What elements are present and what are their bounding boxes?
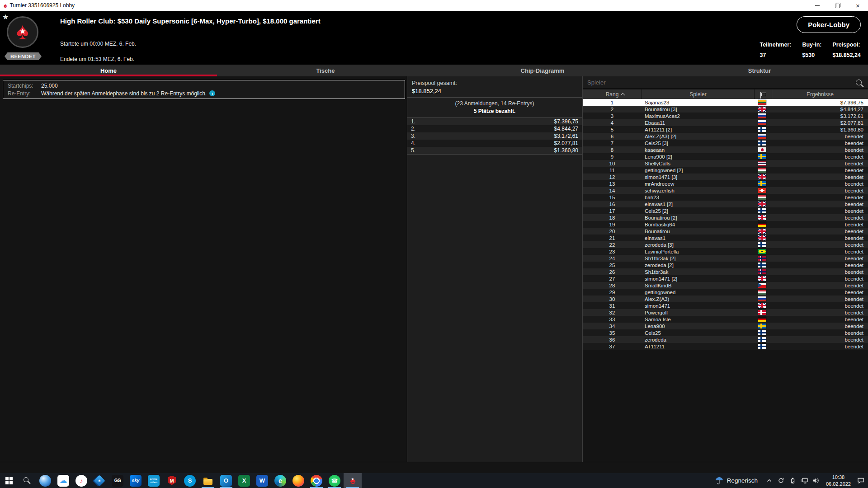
player-row[interactable]: 28SmallKindBbeendet (583, 282, 868, 289)
player-row[interactable]: 27simon1471 [2]beendet (583, 275, 868, 282)
tab-home[interactable]: Home (0, 65, 217, 76)
taskbar-apple-music-icon[interactable] (72, 473, 90, 488)
entries-note: (23 Anmeldungen, 14 Re-Entrys) (407, 100, 582, 107)
player-row[interactable]: 26Sh1tbr3akbeendet (583, 268, 868, 275)
minimize-button[interactable] (807, 0, 827, 11)
taskbar-outlook-icon[interactable]: O (217, 473, 235, 488)
player-row[interactable]: 22zerodeda [3]beendet (583, 241, 868, 248)
taskbar-skype-icon[interactable]: S (181, 473, 199, 488)
player-rank: 2 (583, 107, 642, 112)
player-row[interactable]: 33Samoa Islebeendet (583, 316, 868, 323)
show-hidden-icons-chevron[interactable] (765, 477, 773, 484)
taskbar-firefox-icon[interactable] (289, 473, 307, 488)
taskbar-poker-cards-icon[interactable] (90, 473, 108, 488)
player-row[interactable]: 11gettingpwned [2]beendet (583, 167, 868, 174)
taskbar-mcafee-icon[interactable]: M (163, 473, 181, 488)
prime-video-glyph: prime video (149, 478, 159, 484)
taskbar-sky-icon[interactable]: sky (127, 473, 145, 488)
tab-tische[interactable]: Tische (217, 65, 434, 76)
player-row[interactable]: 17Ceis25 [2]beendet (583, 207, 868, 214)
taskbar-file-explorer-icon[interactable] (199, 473, 217, 488)
tab-struktur[interactable]: Struktur (651, 65, 868, 76)
sync-icon[interactable] (777, 477, 785, 484)
taskbar-icloud-icon[interactable] (54, 473, 72, 488)
player-row[interactable]: 13mrAndreeewbeendet (583, 180, 868, 187)
player-row[interactable]: 23LaviniaPortellabeendet (583, 248, 868, 255)
content-divider (0, 462, 868, 462)
country-flag-icon-th (758, 161, 766, 166)
player-row[interactable]: 29gettingpwnedbeendet (583, 289, 868, 296)
taskbar-ggpoker-icon[interactable]: GG (108, 473, 127, 488)
player-result: beendet (771, 330, 868, 336)
action-center-icon[interactable] (857, 477, 864, 484)
taskbar-whatsapp-icon[interactable] (326, 473, 344, 488)
taskbar-start-icon[interactable] (0, 473, 18, 488)
player-row[interactable]: 6Alex.Z(A3) [2]beendet (583, 133, 868, 140)
taskbar-chrome-icon[interactable] (307, 473, 326, 488)
player-row[interactable]: 8kaaeaanbeendet (583, 146, 868, 153)
player-rank: 36 (583, 337, 642, 343)
player-result: beendet (771, 229, 868, 234)
taskbar-pokerstars-icon[interactable] (344, 473, 362, 488)
taskbar-prime-video-icon[interactable]: prime video (145, 473, 163, 488)
column-flag[interactable] (755, 89, 772, 99)
player-row[interactable]: 21elnavas1beendet (583, 235, 868, 241)
player-row[interactable]: 31simon1471beendet (583, 302, 868, 309)
prize-list: 1.$7.396,752.$4.844,273.$3.172,614.$2.07… (407, 118, 582, 155)
player-rank: 23 (583, 249, 642, 254)
column-results[interactable]: Ergebnisse (772, 89, 868, 99)
taskbar-word-icon[interactable]: W (253, 473, 271, 488)
player-row[interactable]: 12simon1471 [3]beendet (583, 174, 868, 180)
info-icon[interactable]: i (209, 90, 215, 96)
player-row[interactable]: 36zerodedabeendet (583, 336, 868, 343)
player-row[interactable]: 34Lena900beendet (583, 323, 868, 329)
player-row[interactable]: 35Ceis25beendet (583, 329, 868, 336)
player-row[interactable]: 24Sh1tbr3ak [2]beendet (583, 255, 868, 262)
player-row[interactable]: 7Ceis25 [3]beendet (583, 140, 868, 146)
taskbar-search-icon[interactable] (18, 473, 36, 488)
player-name: bah23 (642, 195, 754, 200)
player-row[interactable]: 2Bounatirou [3]$4.844,27 (583, 106, 868, 113)
player-row[interactable]: 5AT11211 [2]$1.360,80 (583, 126, 868, 133)
taskbar-clock[interactable]: 10:38 06.02.2022 (826, 474, 851, 487)
favorite-star-icon[interactable]: ★ (2, 13, 9, 21)
flag-column-icon (761, 93, 766, 96)
taskbar-chat-app-icon[interactable] (36, 473, 54, 488)
player-name: Bombastiq64 (642, 222, 754, 227)
player-result: beendet (771, 208, 868, 214)
player-row[interactable]: 3MaximusAces2$3.172,61 (583, 113, 868, 119)
player-row[interactable]: 18Bounatirou [2]beendet (583, 214, 868, 221)
tab-chip-diagramm[interactable]: Chip-Diagramm (434, 65, 651, 76)
weather-widget[interactable]: Regnerisch (715, 476, 758, 485)
taskbar-excel-icon[interactable]: X (235, 473, 253, 488)
column-player[interactable]: Spieler (642, 89, 754, 99)
player-search-input[interactable] (587, 79, 856, 86)
prize-place: 4. (407, 140, 415, 146)
column-rank[interactable]: Rang (583, 89, 642, 99)
close-button[interactable]: × (848, 0, 868, 11)
poker-lobby-button[interactable]: Poker-Lobby (797, 16, 861, 33)
player-row[interactable]: 14schwyzerfishbeendet (583, 187, 868, 194)
player-row[interactable]: 16elnavas1 [2]beendet (583, 201, 868, 207)
player-row[interactable]: 30Alex.Z(A3)beendet (583, 296, 868, 302)
network-icon[interactable] (801, 477, 808, 484)
player-row[interactable]: 10ShellyCallsbeendet (583, 160, 868, 167)
player-row[interactable]: 37AT11211beendet (583, 343, 868, 350)
player-name: simon1471 (642, 303, 754, 309)
usb-device-icon[interactable] (789, 477, 797, 484)
player-row[interactable]: 15bah23beendet (583, 194, 868, 201)
restore-button[interactable] (827, 0, 848, 11)
player-rank: 30 (583, 296, 642, 302)
player-row[interactable]: 9Lena900 [2]beendet (583, 153, 868, 160)
player-row[interactable]: 4Ebaaa11$2.077,81 (583, 119, 868, 126)
player-row[interactable]: 32Powergolfbeendet (583, 309, 868, 316)
player-row[interactable]: 20Bounatiroubeendet (583, 228, 868, 235)
player-row[interactable]: 1Sajanas23$7.396,75 (583, 99, 868, 106)
volume-icon[interactable] (812, 477, 820, 484)
player-row[interactable]: 19Bombastiq64beendet (583, 221, 868, 228)
search-icon[interactable] (856, 80, 862, 85)
player-result: beendet (771, 303, 868, 309)
country-flag-icon-ru (758, 120, 766, 125)
player-row[interactable]: 25zerodeda [2]beendet (583, 262, 868, 268)
taskbar-edge-icon[interactable]: e (271, 473, 289, 488)
